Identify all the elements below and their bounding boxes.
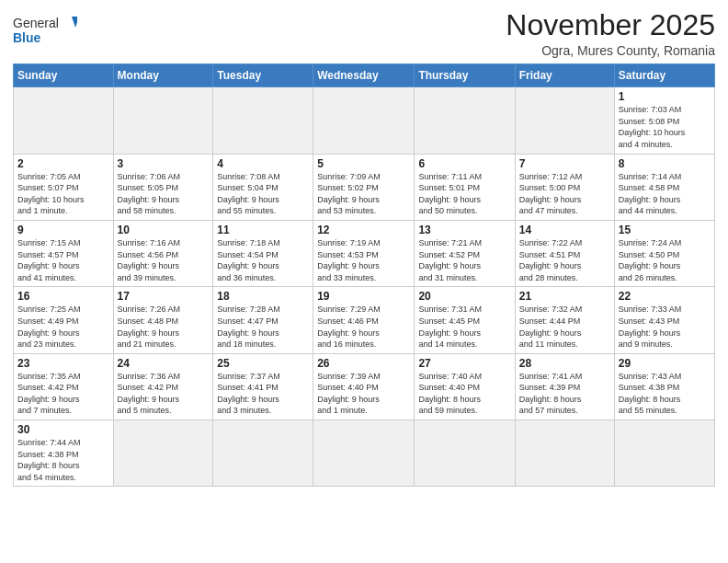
day-number: 4 <box>217 157 309 170</box>
day-info: Sunrise: 7:31 AM Sunset: 4:45 PM Dayligh… <box>418 304 510 350</box>
calendar-day-cell: 8Sunrise: 7:14 AM Sunset: 4:58 PM Daylig… <box>614 154 714 220</box>
day-info: Sunrise: 7:06 AM Sunset: 5:05 PM Dayligh… <box>118 171 210 217</box>
day-number: 30 <box>17 423 109 436</box>
calendar-day-cell: 22Sunrise: 7:33 AM Sunset: 4:43 PM Dayli… <box>614 287 714 353</box>
calendar-week-row: 2Sunrise: 7:05 AM Sunset: 5:07 PM Daylig… <box>14 154 715 220</box>
weekday-header-tuesday: Tuesday <box>213 64 313 87</box>
day-number: 17 <box>118 290 210 303</box>
calendar-title: November 2025 <box>506 9 715 41</box>
weekday-header-wednesday: Wednesday <box>313 64 415 87</box>
day-info: Sunrise: 7:43 AM Sunset: 4:38 PM Dayligh… <box>619 371 711 417</box>
calendar-day-cell: 13Sunrise: 7:21 AM Sunset: 4:52 PM Dayli… <box>415 220 515 286</box>
day-number: 24 <box>118 357 210 370</box>
calendar-day-cell: 2Sunrise: 7:05 AM Sunset: 5:07 PM Daylig… <box>14 154 114 220</box>
page: General Blue November 2025 Ogra, Mures C… <box>0 0 728 563</box>
day-info: Sunrise: 7:16 AM Sunset: 4:56 PM Dayligh… <box>118 237 210 283</box>
day-number: 3 <box>118 157 210 170</box>
day-number: 26 <box>317 357 410 370</box>
calendar-day-cell: 21Sunrise: 7:32 AM Sunset: 4:44 PM Dayli… <box>515 287 614 353</box>
day-info: Sunrise: 7:11 AM Sunset: 5:01 PM Dayligh… <box>418 171 510 217</box>
svg-text:Blue: Blue <box>13 30 41 45</box>
day-info: Sunrise: 7:05 AM Sunset: 5:07 PM Dayligh… <box>17 171 109 217</box>
calendar-day-cell: 4Sunrise: 7:08 AM Sunset: 5:04 PM Daylig… <box>213 154 313 220</box>
calendar-day-cell <box>515 87 614 154</box>
calendar-day-cell <box>213 87 313 154</box>
day-info: Sunrise: 7:25 AM Sunset: 4:49 PM Dayligh… <box>17 304 109 350</box>
day-info: Sunrise: 7:41 AM Sunset: 4:39 PM Dayligh… <box>519 371 610 417</box>
day-number: 7 <box>519 157 610 170</box>
day-info: Sunrise: 7:19 AM Sunset: 4:53 PM Dayligh… <box>317 237 410 283</box>
day-info: Sunrise: 7:36 AM Sunset: 4:42 PM Dayligh… <box>118 371 210 417</box>
day-number: 28 <box>519 357 610 370</box>
calendar-table: SundayMondayTuesdayWednesdayThursdayFrid… <box>13 63 715 487</box>
day-number: 8 <box>619 157 711 170</box>
calendar-week-row: 9Sunrise: 7:15 AM Sunset: 4:57 PM Daylig… <box>14 220 715 286</box>
calendar-day-cell: 10Sunrise: 7:16 AM Sunset: 4:56 PM Dayli… <box>113 220 213 286</box>
calendar-week-row: 30Sunrise: 7:44 AM Sunset: 4:38 PM Dayli… <box>14 420 715 487</box>
day-number: 22 <box>619 290 711 303</box>
header: General Blue November 2025 Ogra, Mures C… <box>13 9 715 58</box>
day-info: Sunrise: 7:12 AM Sunset: 5:00 PM Dayligh… <box>519 171 610 217</box>
svg-marker-2 <box>72 17 77 28</box>
day-number: 27 <box>418 357 510 370</box>
calendar-day-cell <box>14 87 114 154</box>
day-info: Sunrise: 7:24 AM Sunset: 4:50 PM Dayligh… <box>619 237 711 283</box>
calendar-day-cell: 18Sunrise: 7:28 AM Sunset: 4:47 PM Dayli… <box>213 287 313 353</box>
calendar-day-cell: 23Sunrise: 7:35 AM Sunset: 4:42 PM Dayli… <box>14 353 114 419</box>
day-number: 12 <box>317 224 410 236</box>
calendar-day-cell <box>415 87 515 154</box>
day-info: Sunrise: 7:14 AM Sunset: 4:58 PM Dayligh… <box>619 171 711 217</box>
calendar-day-cell: 25Sunrise: 7:37 AM Sunset: 4:41 PM Dayli… <box>213 353 313 419</box>
calendar-day-cell: 24Sunrise: 7:36 AM Sunset: 4:42 PM Dayli… <box>113 353 213 419</box>
day-info: Sunrise: 7:22 AM Sunset: 4:51 PM Dayligh… <box>519 237 610 283</box>
calendar-day-cell: 27Sunrise: 7:40 AM Sunset: 4:40 PM Dayli… <box>415 353 515 419</box>
day-info: Sunrise: 7:03 AM Sunset: 5:08 PM Dayligh… <box>619 104 711 150</box>
weekday-header-thursday: Thursday <box>415 64 515 87</box>
day-number: 1 <box>619 90 711 103</box>
calendar-day-cell: 15Sunrise: 7:24 AM Sunset: 4:50 PM Dayli… <box>614 220 714 286</box>
calendar-day-cell: 1Sunrise: 7:03 AM Sunset: 5:08 PM Daylig… <box>614 87 714 154</box>
day-number: 13 <box>418 224 510 236</box>
day-info: Sunrise: 7:39 AM Sunset: 4:40 PM Dayligh… <box>317 371 410 417</box>
day-number: 11 <box>217 224 309 236</box>
calendar-day-cell: 5Sunrise: 7:09 AM Sunset: 5:02 PM Daylig… <box>313 154 415 220</box>
calendar-day-cell <box>614 420 714 487</box>
calendar-day-cell: 30Sunrise: 7:44 AM Sunset: 4:38 PM Dayli… <box>14 420 114 487</box>
calendar-day-cell <box>113 420 213 487</box>
calendar-day-cell: 12Sunrise: 7:19 AM Sunset: 4:53 PM Dayli… <box>313 220 415 286</box>
day-info: Sunrise: 7:44 AM Sunset: 4:38 PM Dayligh… <box>17 437 109 483</box>
weekday-header-saturday: Saturday <box>614 64 714 87</box>
day-number: 9 <box>17 224 109 236</box>
calendar-day-cell: 11Sunrise: 7:18 AM Sunset: 4:54 PM Dayli… <box>213 220 313 286</box>
calendar-day-cell <box>515 420 614 487</box>
day-number: 23 <box>17 357 109 370</box>
day-number: 6 <box>418 157 510 170</box>
calendar-week-row: 1Sunrise: 7:03 AM Sunset: 5:08 PM Daylig… <box>14 87 715 154</box>
day-info: Sunrise: 7:37 AM Sunset: 4:41 PM Dayligh… <box>217 371 309 417</box>
day-info: Sunrise: 7:35 AM Sunset: 4:42 PM Dayligh… <box>17 371 109 417</box>
day-info: Sunrise: 7:33 AM Sunset: 4:43 PM Dayligh… <box>619 304 711 350</box>
weekday-header-friday: Friday <box>515 64 614 87</box>
calendar-day-cell <box>313 420 415 487</box>
calendar-day-cell: 7Sunrise: 7:12 AM Sunset: 5:00 PM Daylig… <box>515 154 614 220</box>
day-info: Sunrise: 7:32 AM Sunset: 4:44 PM Dayligh… <box>519 304 610 350</box>
day-number: 19 <box>317 290 410 303</box>
calendar-day-cell: 20Sunrise: 7:31 AM Sunset: 4:45 PM Dayli… <box>415 287 515 353</box>
calendar-day-cell: 6Sunrise: 7:11 AM Sunset: 5:01 PM Daylig… <box>415 154 515 220</box>
day-number: 14 <box>519 224 610 236</box>
day-info: Sunrise: 7:28 AM Sunset: 4:47 PM Dayligh… <box>217 304 309 350</box>
logo-svg: General Blue <box>13 13 77 48</box>
calendar-day-cell: 17Sunrise: 7:26 AM Sunset: 4:48 PM Dayli… <box>113 287 213 353</box>
day-number: 21 <box>519 290 610 303</box>
calendar-subtitle: Ogra, Mures County, Romania <box>506 43 715 58</box>
calendar-day-cell: 3Sunrise: 7:06 AM Sunset: 5:05 PM Daylig… <box>113 154 213 220</box>
calendar-day-cell: 28Sunrise: 7:41 AM Sunset: 4:39 PM Dayli… <box>515 353 614 419</box>
calendar-day-cell: 29Sunrise: 7:43 AM Sunset: 4:38 PM Dayli… <box>614 353 714 419</box>
calendar-day-cell: 14Sunrise: 7:22 AM Sunset: 4:51 PM Dayli… <box>515 220 614 286</box>
title-block: November 2025 Ogra, Mures County, Romani… <box>506 9 715 58</box>
calendar-day-cell: 16Sunrise: 7:25 AM Sunset: 4:49 PM Dayli… <box>14 287 114 353</box>
calendar-week-row: 23Sunrise: 7:35 AM Sunset: 4:42 PM Dayli… <box>14 353 715 419</box>
day-info: Sunrise: 7:40 AM Sunset: 4:40 PM Dayligh… <box>418 371 510 417</box>
day-number: 2 <box>17 157 109 170</box>
day-info: Sunrise: 7:26 AM Sunset: 4:48 PM Dayligh… <box>118 304 210 350</box>
